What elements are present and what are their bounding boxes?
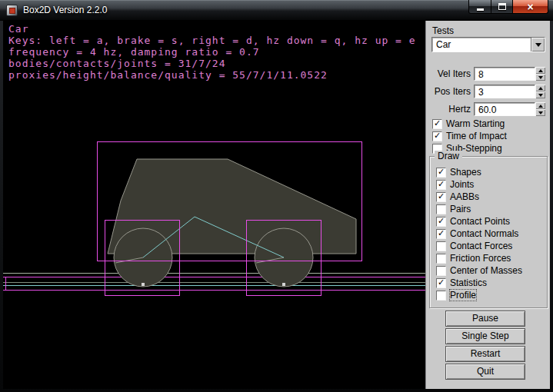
app-window: Box2D Version 2.2.0 × <box>0 0 553 392</box>
contact-point <box>282 283 285 286</box>
tests-dropdown[interactable]: Car <box>431 37 545 52</box>
checkbox-label: Joints <box>450 179 474 190</box>
tests-dropdown-button[interactable] <box>531 38 545 51</box>
pos-iters-arrows <box>535 85 545 98</box>
maximize-icon <box>498 3 506 10</box>
single-step-button[interactable]: Single Step <box>445 328 525 344</box>
quit-button[interactable]: Quit <box>445 364 525 380</box>
simulation-canvas[interactable]: Car Keys: left = a, brake = s, right = d… <box>3 21 425 389</box>
checkbox-box <box>436 241 446 251</box>
checkbox-pairs[interactable]: Pairs <box>436 204 471 214</box>
checkbox-contact-normals[interactable]: ✓ Contact Normals <box>436 228 518 239</box>
pos-iters-down-button[interactable] <box>535 91 545 98</box>
titlebar[interactable]: Box2D Version 2.2.0 × <box>0 0 553 21</box>
checkbox-box: ✓ <box>436 229 446 239</box>
checkbox-label: Contact Points <box>450 216 510 227</box>
check-icon: ✓ <box>438 278 445 287</box>
keys-help-text: Keys: left = a, brake = s, right = d, hz… <box>8 35 416 46</box>
vel-iters-label: Vel Iters <box>426 68 471 79</box>
hertz-label: Hertz <box>426 104 471 115</box>
hertz-arrows <box>535 102 545 116</box>
checkbox-box: ✓ <box>436 180 446 190</box>
frequency-text: frequency = 4 hz, damping ratio = 0.7 <box>8 46 260 58</box>
checkbox-time-of-impact[interactable]: ✓ Time of Impact <box>432 131 507 141</box>
checkbox-box: ✓ <box>432 119 442 129</box>
vel-iters-down-button[interactable] <box>535 74 545 81</box>
hertz-up-button[interactable] <box>535 102 545 109</box>
check-icon: ✓ <box>434 131 441 140</box>
checkbox-contact-forces[interactable]: Contact Forces <box>436 241 512 251</box>
check-icon: ✓ <box>438 229 445 238</box>
control-panel: Tests Car Vel Iters 8 Pos Iters 3 <box>425 21 550 389</box>
draw-group-label: Draw <box>435 151 462 161</box>
tests-dropdown-value[interactable]: Car <box>432 38 531 51</box>
arrow-up-icon <box>538 69 543 72</box>
checkbox-joints[interactable]: ✓ Joints <box>436 179 474 190</box>
window-title: Box2D Version 2.2.0 <box>23 5 107 15</box>
minimize-button[interactable] <box>468 0 491 14</box>
bodies-stats-text: bodies/contacts/joints = 31/7/24 <box>8 58 225 69</box>
check-icon: ✓ <box>434 119 441 128</box>
vel-iters-row: Vel Iters 8 <box>426 67 551 81</box>
checkbox-profile[interactable]: Profile <box>436 290 476 301</box>
checkbox-box: ✓ <box>436 192 446 202</box>
checkbox-label: Center of Masses <box>450 265 522 276</box>
checkbox-warm-starting[interactable]: ✓ Warm Starting <box>432 118 505 129</box>
window-controls: × <box>468 0 548 14</box>
checkbox-label: Contact Normals <box>450 228 518 239</box>
tests-label: Tests <box>432 25 454 36</box>
arrow-down-icon <box>538 111 543 115</box>
draw-group: Draw ✓ Shapes ✓ Joints ✓ AABBs Pairs <box>429 156 548 308</box>
checkbox-aabbs[interactable]: ✓ AABBs <box>436 191 479 202</box>
check-icon: ✓ <box>438 168 445 176</box>
ground-edges <box>3 274 425 291</box>
check-icon: ✓ <box>438 192 445 201</box>
pos-iters-label: Pos Iters <box>426 86 471 97</box>
checkbox-label: Warm Starting <box>446 118 505 129</box>
vel-iters-arrows <box>535 67 545 81</box>
checkbox-box: ✓ <box>432 131 442 141</box>
checkbox-label: Pairs <box>450 204 471 214</box>
arrow-down-icon <box>538 76 543 79</box>
checkbox-label: Friction Forces <box>450 253 511 264</box>
pos-iters-row: Pos Iters 3 <box>426 85 551 98</box>
checkbox-center-of-masses[interactable]: Center of Masses <box>436 265 522 276</box>
minimize-icon <box>477 8 484 11</box>
vel-iters-up-button[interactable] <box>535 67 545 74</box>
checkbox-label: Contact Forces <box>450 241 512 251</box>
check-icon: ✓ <box>438 217 445 225</box>
statistics-text: Car Keys: left = a, brake = s, right = d… <box>8 23 416 81</box>
checkbox-shapes[interactable]: ✓ Shapes <box>436 167 481 178</box>
checkbox-box <box>436 204 446 214</box>
app-icon[interactable] <box>6 5 18 16</box>
contact-point <box>142 283 145 286</box>
checkbox-box: ✓ <box>436 168 446 178</box>
checkbox-contact-points[interactable]: ✓ Contact Points <box>436 216 510 227</box>
checkbox-box: ✓ <box>436 217 446 227</box>
arrow-up-icon <box>538 105 543 108</box>
vel-iters-input[interactable]: 8 <box>474 67 535 81</box>
test-title-text: Car <box>8 23 28 35</box>
checkbox-label: Time of Impact <box>446 131 507 141</box>
checkbox-box: ✓ <box>436 278 446 288</box>
hertz-input[interactable]: 60.0 <box>474 102 535 116</box>
maximize-button[interactable] <box>491 0 513 14</box>
client-area: Car Keys: left = a, brake = s, right = d… <box>3 21 550 389</box>
pos-iters-input[interactable]: 3 <box>474 85 535 98</box>
check-icon: ✓ <box>438 180 445 188</box>
close-button[interactable]: × <box>513 0 548 14</box>
pause-button[interactable]: Pause <box>445 311 525 327</box>
checkbox-box <box>436 291 446 301</box>
checkbox-box <box>436 266 446 276</box>
hertz-row: Hertz 60.0 <box>426 102 551 116</box>
restart-button[interactable]: Restart <box>445 346 525 362</box>
checkbox-friction-forces[interactable]: Friction Forces <box>436 253 511 264</box>
checkbox-label: Statistics <box>450 277 487 288</box>
pos-iters-up-button[interactable] <box>535 85 545 91</box>
hertz-down-button[interactable] <box>535 109 545 116</box>
checkbox-statistics[interactable]: ✓ Statistics <box>436 277 487 288</box>
proxies-stats-text: proxies/height/balance/quality = 55/7/1/… <box>8 69 328 81</box>
checkbox-box <box>436 254 446 264</box>
arrow-down-icon <box>538 94 543 97</box>
arrow-up-icon <box>538 87 543 90</box>
